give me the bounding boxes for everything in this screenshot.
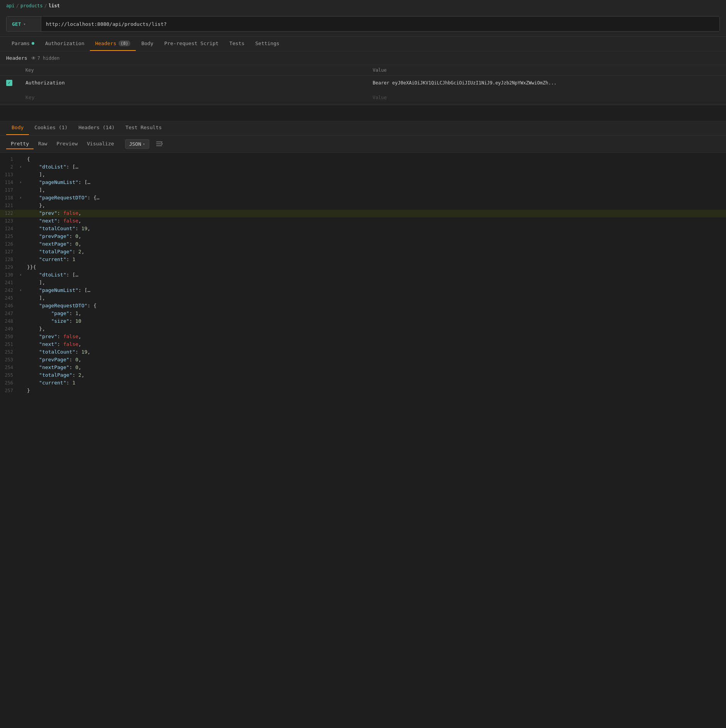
url-input[interactable]: [41, 21, 719, 27]
expand-button: [19, 341, 25, 342]
line-number: 241: [0, 280, 19, 285]
empty-key[interactable]: Key: [25, 94, 373, 100]
json-line: 256 "current": 1: [0, 379, 726, 387]
format-preview[interactable]: Preview: [52, 139, 82, 149]
authorization-checkbox[interactable]: ✓: [6, 80, 12, 86]
json-type-selector[interactable]: JSON ▾: [125, 139, 149, 149]
tab-headers[interactable]: Headers (8): [90, 37, 136, 51]
json-content: },: [25, 326, 726, 332]
expand-button[interactable]: ›: [19, 272, 25, 277]
table-row: ✓ Authorization Bearer eyJ0eXAiOiJKV1QiL…: [0, 76, 726, 90]
json-line: 241 ],: [0, 279, 726, 287]
expand-button[interactable]: ›: [19, 287, 25, 293]
breadcrumb-parent[interactable]: products: [20, 3, 43, 8]
tab-body[interactable]: Body: [136, 37, 159, 51]
expand-button: [19, 372, 25, 372]
json-content: "prev": false,: [25, 210, 726, 216]
expand-button: [19, 249, 25, 249]
json-line: 118› "pageRequestDTO": {…: [0, 194, 726, 202]
json-line: 113 ],: [0, 171, 726, 179]
json-line: 127 "totalPage": 2,: [0, 248, 726, 256]
tab-prerequest[interactable]: Pre-request Script: [159, 37, 224, 51]
tab-headers-label: Headers: [95, 40, 116, 46]
json-line: 250 "prev": false,: [0, 333, 726, 341]
expand-button[interactable]: ›: [19, 164, 25, 169]
json-content: ],: [25, 172, 726, 177]
empty-row: Key Value: [0, 90, 726, 105]
json-content: }}{: [25, 264, 726, 270]
json-line: 123 "next": false,: [0, 217, 726, 225]
json-content: },: [25, 202, 726, 208]
expand-button: [19, 295, 25, 295]
tab-authorization[interactable]: Authorization: [40, 37, 90, 51]
json-line: 124 "totalCount": 19,: [0, 225, 726, 233]
expand-button: [19, 380, 25, 380]
line-number: 114: [0, 179, 19, 185]
line-number: 251: [0, 341, 19, 347]
method-selector[interactable]: GET ▾: [7, 17, 41, 31]
col-check: [6, 67, 25, 73]
line-number: 252: [0, 349, 19, 355]
hidden-count: 7 hidden: [37, 56, 60, 61]
resp-cookies-label: Cookies (1): [34, 125, 68, 130]
json-content: ],: [25, 280, 726, 285]
json-content: "dtoList": […: [25, 272, 726, 278]
tab-tests[interactable]: Tests: [224, 37, 250, 51]
breadcrumb-root[interactable]: api: [6, 3, 15, 8]
tab-prerequest-label: Pre-request Script: [164, 40, 219, 46]
json-line: 2› "dtoList": […: [0, 163, 726, 171]
line-number: 247: [0, 310, 19, 316]
tab-settings[interactable]: Settings: [250, 37, 285, 51]
col-value: Value: [373, 67, 720, 73]
breadcrumb-sep2: /: [44, 3, 47, 8]
breadcrumb-sep1: /: [16, 3, 19, 8]
empty-value[interactable]: Value: [373, 95, 720, 100]
expand-button[interactable]: ›: [19, 195, 25, 200]
json-content: "page": 1,: [25, 310, 726, 316]
json-line: 254 "nextPage": 0,: [0, 364, 726, 372]
hidden-badge: 👁 7 hidden: [31, 56, 60, 61]
json-line: 252 "totalCount": 19,: [0, 349, 726, 356]
headers-table-header: Key Value: [0, 65, 726, 76]
json-content: "current": 1: [25, 256, 726, 262]
line-number: 245: [0, 295, 19, 301]
headers-section: Headers 👁 7 hidden: [0, 51, 726, 65]
line-number: 121: [0, 202, 19, 208]
resp-tab-headers[interactable]: Headers (14): [73, 121, 120, 135]
tab-body-label: Body: [141, 40, 153, 46]
format-visualize[interactable]: Visualize: [82, 139, 118, 149]
json-content: "totalPage": 2,: [25, 249, 726, 254]
line-number: 250: [0, 334, 19, 339]
format-pretty[interactable]: Pretty: [6, 139, 34, 149]
expand-button: [19, 364, 25, 365]
resp-tab-cookies[interactable]: Cookies (1): [29, 121, 73, 135]
json-line: 257}: [0, 387, 726, 395]
line-number: 1: [0, 156, 19, 162]
expand-button: [19, 172, 25, 172]
json-content: }: [25, 388, 726, 393]
json-content: "pageNumList": […: [25, 287, 726, 293]
expand-button[interactable]: ›: [19, 179, 25, 185]
json-content: "size": 10: [25, 318, 726, 324]
headers-table: Key Value ✓ Authorization Bearer eyJ0eXA…: [0, 65, 726, 105]
wrap-button[interactable]: [152, 138, 166, 149]
line-number: 255: [0, 372, 19, 378]
expand-button: [19, 156, 25, 157]
resp-headers-label: Headers (14): [78, 125, 115, 130]
tab-settings-label: Settings: [255, 40, 280, 46]
format-raw[interactable]: Raw: [34, 139, 52, 149]
json-content: "dtoList": […: [25, 164, 726, 170]
line-number: 128: [0, 256, 19, 262]
url-bar: GET ▾: [6, 16, 720, 32]
spacer2: [0, 113, 726, 121]
resp-tab-test-results[interactable]: Test Results: [120, 121, 167, 135]
resp-tab-body[interactable]: Body: [6, 121, 29, 135]
json-line: 117 ],: [0, 187, 726, 194]
tab-params[interactable]: Params: [6, 37, 40, 51]
breadcrumb: api / products / list: [0, 0, 726, 12]
json-line: 1{: [0, 156, 726, 163]
expand-button: [19, 218, 25, 218]
authorization-value: Bearer eyJ0eXAiOiJKV1QiLCJhbGciOiJIUzI1N…: [373, 80, 720, 86]
json-content: "prevPage": 0,: [25, 233, 726, 239]
json-line: 130› "dtoList": […: [0, 271, 726, 279]
